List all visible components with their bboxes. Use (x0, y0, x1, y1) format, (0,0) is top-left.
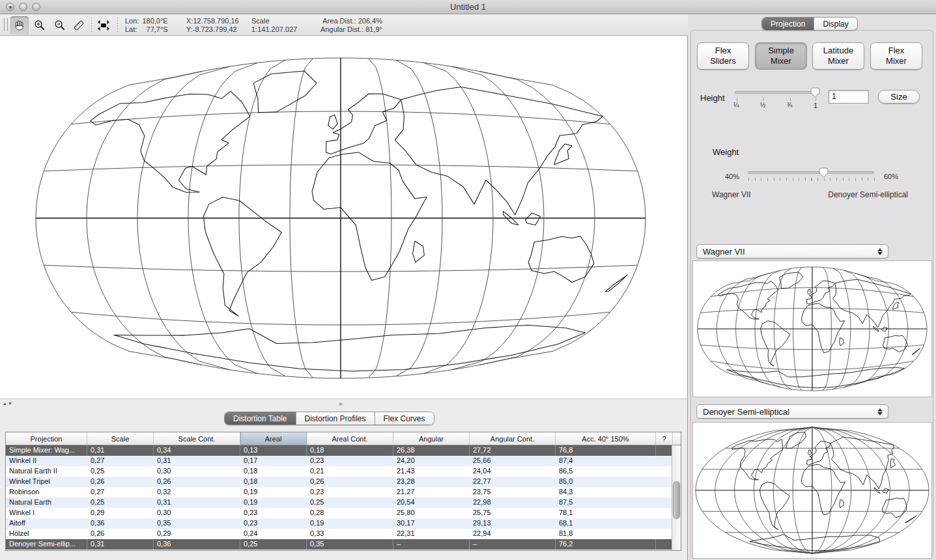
wagner-vii-preview-map (693, 261, 931, 397)
projection-name-cell: Hölzel (6, 529, 87, 539)
table-row[interactable]: Denoyer Semi-ellip...0,310,360,250,35––7… (6, 539, 681, 550)
height-value-field[interactable]: 1 (829, 90, 869, 104)
value-cell: 23,75 (470, 487, 556, 497)
height-tick (790, 98, 791, 101)
table-row[interactable]: Aitoff0,360,350,230,1930,1729,1368,1 (6, 518, 681, 529)
height-slider-thumb[interactable] (810, 87, 820, 98)
toolbar-separator (91, 18, 92, 33)
table-row[interactable]: Natural Earth II0,250,300,180,2121,4324,… (6, 466, 681, 477)
hand-tool-button[interactable] (10, 16, 29, 35)
flex-sliders-button[interactable]: FlexSliders (697, 42, 749, 70)
table-row[interactable]: Simple Mixer: Wag...0,310,340,130,1826,3… (6, 445, 681, 456)
distortion-table: ProjectionScaleScale Cont.ArealAreal Con… (5, 432, 681, 551)
value-cell: 0,25 (87, 466, 154, 477)
height-tick-label: ¼ (733, 102, 739, 109)
projection-name-cell: Simple Mixer: Wag... (6, 445, 87, 456)
world-map[interactable] (0, 36, 688, 399)
pane-splitter[interactable]: ▲▼ (0, 399, 688, 410)
value-cell: 0,24 (240, 529, 307, 539)
fit-view-tool-button[interactable] (94, 16, 113, 35)
value-cell: 25,75 (470, 508, 556, 518)
value-cell: 86,5 (556, 466, 656, 477)
projection-name-cell: Winkel I (6, 508, 87, 518)
value-cell: 24,20 (393, 456, 470, 466)
column-header-projection[interactable]: Projection (6, 432, 87, 445)
measure-tool-button[interactable] (70, 16, 88, 35)
value-cell: – (393, 539, 470, 550)
tab-flex-curves[interactable]: Flex Curves (375, 412, 434, 425)
tab-distortion-profiles[interactable]: Distortion Profiles (296, 412, 375, 425)
table-row[interactable]: Natural Earth0,250,310,190,2520,5422,988… (6, 497, 681, 508)
splitter-grip-icon[interactable] (339, 402, 343, 406)
table-row[interactable]: Robinson0,270,320,190,2321,2723,7584,3 (6, 487, 681, 497)
height-tick-label: ½ (760, 102, 765, 109)
tab-projection[interactable]: Projection (762, 18, 814, 30)
size-button[interactable]: Size (878, 90, 920, 104)
value-cell: 21,43 (393, 466, 470, 477)
zoom-in-icon (33, 19, 46, 32)
table-row[interactable]: Winkel II0,270,310,170,2324,2025,6687,4 (6, 456, 681, 466)
value-cell: 0,31 (154, 456, 240, 466)
splitter-collapse-arrows-icon[interactable]: ▲▼ (3, 401, 13, 406)
table-help-button[interactable]: ? (656, 432, 673, 445)
value-cell: 0,13 (240, 445, 307, 456)
zoom-out-tool-button[interactable] (51, 16, 69, 35)
distortion-readout: Area Dist.: 206,4% Angular Dist.: 81,9° (301, 17, 382, 34)
projection-name-cell: Aitoff (6, 518, 87, 529)
height-tick-label: ¾ (787, 102, 792, 109)
value-cell: 0,26 (87, 477, 154, 487)
scrollbar-thumb[interactable] (673, 481, 680, 519)
column-header-angular[interactable]: Angular (393, 432, 470, 445)
value-cell: 20,54 (393, 497, 470, 508)
value-cell: 0,18 (240, 477, 307, 487)
value-cell: 0,26 (307, 477, 393, 487)
column-header-acc-40-150-[interactable]: Acc. 40° 150% (556, 432, 656, 445)
projection-name-cell: Robinson (6, 487, 87, 497)
table-row[interactable]: Winkel I0,290,300,230,2825,8025,7578,1 (6, 508, 681, 518)
value-cell: 0,23 (240, 518, 307, 529)
tab-display[interactable]: Display (814, 18, 857, 30)
value-cell: 0,32 (154, 487, 240, 497)
scale-label: Scale (251, 17, 297, 25)
zoom-in-tool-button[interactable] (31, 16, 49, 35)
table-row[interactable]: Hölzel0,260,290,240,3322,3122,9481,8 (6, 529, 681, 539)
value-cell: 0,36 (154, 539, 240, 550)
column-header-angular-cont-[interactable]: Angular Cont. (470, 432, 556, 445)
flex-mixer-button[interactable]: FlexMixer (870, 42, 922, 70)
height-tick (737, 98, 737, 101)
value-cell: 0,17 (240, 456, 307, 466)
column-header-scale-cont-[interactable]: Scale Cont. (154, 432, 240, 445)
projection-name-cell: Winkel Tripel (6, 477, 87, 487)
column-header-areal-cont-[interactable]: Areal Cont. (307, 432, 393, 445)
toolbar-drag-handle[interactable] (4, 18, 8, 31)
column-header-scale[interactable]: Scale (87, 432, 154, 445)
weight-slider-thumb[interactable] (819, 167, 829, 178)
value-cell: 0,18 (307, 445, 393, 456)
table-row[interactable]: Winkel Tripel0,260,260,180,2623,2822,778… (6, 477, 681, 487)
value-cell: 0,26 (154, 477, 240, 487)
weight-slider[interactable] (748, 171, 874, 174)
table-vertical-scrollbar[interactable] (672, 445, 681, 550)
scale-readout: Scale 1:141.207.027 (251, 17, 297, 34)
column-header-areal[interactable]: Areal (240, 432, 307, 445)
panel-tab-bar: Projection Display (761, 17, 858, 31)
toolbar-separator (117, 18, 118, 33)
value-cell: 76,2 (556, 539, 656, 550)
projection-dropdown-bottom[interactable]: Denoyer Semi-elliptical (696, 404, 888, 419)
value-cell: 0,27 (87, 487, 154, 497)
tab-distortion-table[interactable]: Distortion Table (225, 412, 296, 425)
map-toolbar: Lon:180,0°E Lat:77,7°S X:12.758.790,16 Y… (0, 14, 688, 36)
simple-mixer-button[interactable]: SimpleMixer (755, 42, 807, 70)
height-slider[interactable] (735, 91, 820, 94)
projection-name-cell: Natural Earth II (6, 466, 87, 477)
map-canvas-area[interactable] (0, 36, 688, 399)
title-bar[interactable]: Untitled 1 (0, 0, 936, 14)
projection-panel: Projection Display FlexSliders SimpleMix… (688, 14, 936, 560)
latitude-mixer-button[interactable]: LatitudeMixer (812, 42, 864, 70)
value-cell: 85,0 (556, 477, 656, 487)
projection-name-cell: Natural Earth (6, 497, 87, 508)
projection-dropdown-top[interactable]: Wagner VII (696, 244, 888, 259)
hand-icon (13, 19, 26, 32)
weight-right-projection-label: Denoyer Semi-elliptical (812, 190, 908, 199)
value-cell: 0,31 (87, 445, 154, 456)
